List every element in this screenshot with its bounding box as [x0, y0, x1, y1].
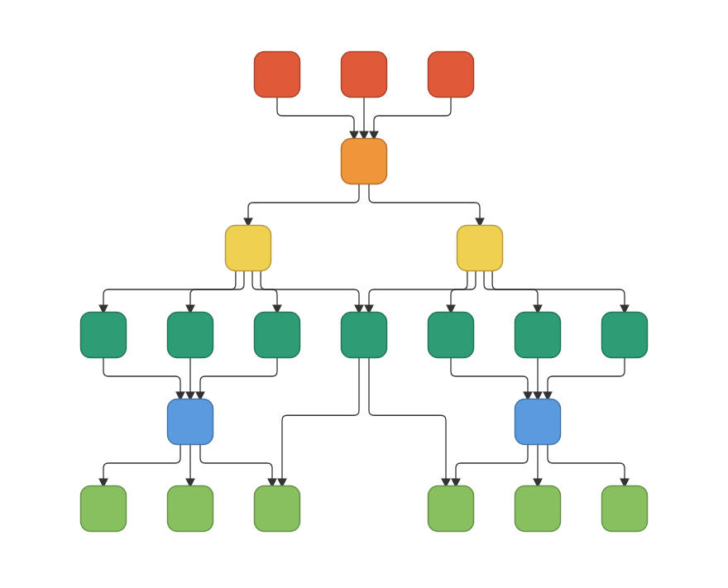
edge-r1c-to-r2a	[374, 98, 451, 139]
node-r4a	[81, 313, 127, 358]
edge-r4a-to-r5a	[103, 358, 180, 399]
node-r6f	[602, 486, 648, 532]
edge-r2a-to-r3a	[248, 184, 359, 226]
diagram-canvas	[0, 0, 728, 588]
node-r1a	[255, 52, 300, 98]
node-r6a	[81, 486, 127, 532]
node-r4d	[342, 313, 387, 358]
edge-r4d-to-r6d	[369, 358, 446, 486]
node-r6b	[168, 486, 213, 532]
node-r4g	[602, 313, 648, 358]
edge-r5a-to-r6c	[200, 445, 272, 486]
edge-r3b-to-r4e	[451, 271, 476, 313]
node-r4c	[255, 313, 300, 358]
node-r4b	[168, 313, 213, 358]
node-r2a	[342, 139, 387, 184]
node-r1c	[429, 52, 474, 98]
edge-r5b-to-r6f	[548, 445, 625, 486]
edge-r4d-to-r6c	[282, 358, 359, 486]
edge-r3b-to-r4d	[369, 271, 467, 313]
node-r3b	[457, 226, 503, 271]
edge-r4e-to-r5b	[451, 358, 528, 399]
node-r4e	[429, 313, 474, 358]
node-r6c	[255, 486, 300, 532]
node-r5a	[168, 399, 213, 445]
node-r6e	[515, 486, 561, 532]
edge-r2a-to-r3b	[369, 184, 480, 226]
node-r6d	[429, 486, 474, 532]
edge-r3a-to-r4a	[103, 271, 236, 313]
edge-r3a-to-r4c	[252, 271, 277, 313]
edge-r3a-to-r4d	[261, 271, 359, 313]
edge-r4g-to-r5b	[548, 358, 625, 399]
node-r3a	[226, 226, 271, 271]
edge-r5a-to-r6a	[103, 445, 180, 486]
node-r5b	[515, 399, 561, 445]
node-r4f	[515, 313, 561, 358]
edge-r1a-to-r2a	[277, 98, 354, 139]
edge-r4c-to-r5a	[200, 358, 277, 399]
node-r1b	[342, 52, 387, 98]
edge-r5b-to-r6d	[456, 445, 528, 486]
edge-r3b-to-r4g	[492, 271, 625, 313]
